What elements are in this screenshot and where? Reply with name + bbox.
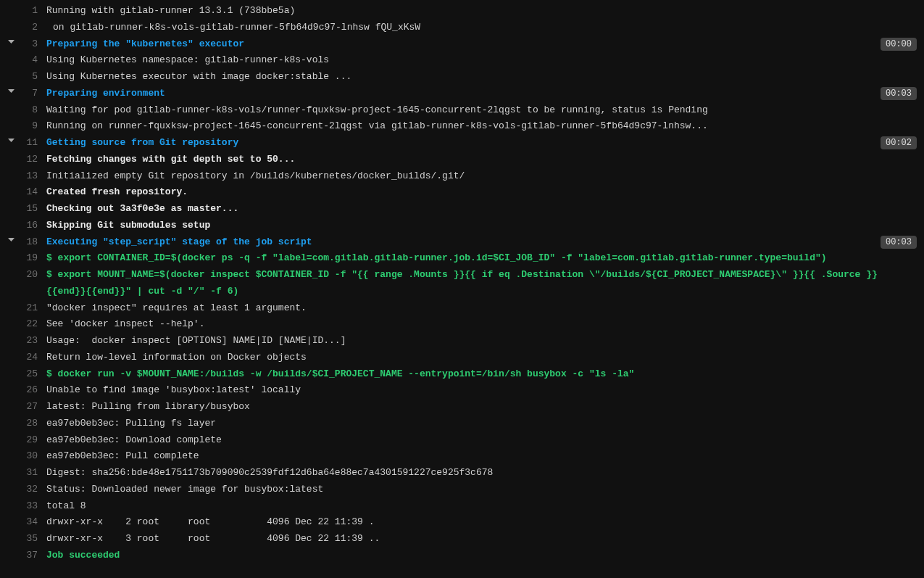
line-number[interactable]: 26 <box>22 382 46 399</box>
line-number[interactable]: 20 <box>22 267 46 284</box>
log-text: Created fresh repository. <box>46 184 917 201</box>
log-line: 35drwxr-xr-x 3 root root 4096 Dec 22 11:… <box>0 531 924 548</box>
line-number[interactable]: 29 <box>22 432 46 449</box>
line-number[interactable]: 34 <box>22 514 46 531</box>
log-text: ea97eb0eb3ec: Pulling fs layer <box>46 416 917 432</box>
log-line: 28ea97eb0eb3ec: Pulling fs layer <box>0 416 924 432</box>
line-number[interactable]: 18 <box>22 234 46 251</box>
chevron-down-icon[interactable] <box>7 87 15 95</box>
log-line: 16Skipping Git submodules setup <box>0 218 924 234</box>
log-text: "docker inspect" requires at least 1 arg… <box>46 300 917 317</box>
chevron-down-icon[interactable] <box>7 38 15 46</box>
log-line: 25$ docker run -v $MOUNT_NAME:/builds -w… <box>0 366 924 383</box>
log-line: 5Using Kubernetes executor with image do… <box>0 69 924 86</box>
log-line: 11Getting source from Git repository00:0… <box>0 135 924 152</box>
line-number[interactable]: 35 <box>22 531 46 548</box>
log-line: 8Waiting for pod gitlab-runner-k8s-vols/… <box>0 102 924 119</box>
line-number[interactable]: 7 <box>22 86 46 102</box>
log-text: Usage: docker inspect [OPTIONS] NAME|ID … <box>46 333 917 350</box>
line-number[interactable]: 37 <box>22 548 46 564</box>
log-line: 3Preparing the "kubernetes" executor00:0… <box>0 36 924 53</box>
log-text: Running on runner-fquxksw-project-1645-c… <box>46 118 917 135</box>
log-line: 15Checking out 3a3f0e3e as master... <box>0 201 924 218</box>
log-line: 21"docker inspect" requires at least 1 a… <box>0 300 924 317</box>
section-duration: 00:00 <box>881 38 917 51</box>
line-number[interactable]: 13 <box>22 168 46 185</box>
section-header: Preparing the "kubernetes" executor <box>46 36 881 53</box>
log-text: Initialized empty Git repository in /bui… <box>46 168 917 185</box>
line-number[interactable]: 19 <box>22 250 46 267</box>
line-number[interactable]: 4 <box>22 52 46 69</box>
section-header: Preparing environment <box>46 86 881 102</box>
line-number[interactable]: 15 <box>22 201 46 218</box>
line-number[interactable]: 9 <box>22 118 46 135</box>
log-line: 7Preparing environment00:03 <box>0 86 924 102</box>
line-number[interactable]: 21 <box>22 300 46 317</box>
log-line: 24Return low-level information on Docker… <box>0 350 924 366</box>
line-number[interactable]: 14 <box>22 184 46 201</box>
log-text: Return low-level information on Docker o… <box>46 350 917 366</box>
line-number[interactable]: 32 <box>22 482 46 498</box>
log-text: Waiting for pod gitlab-runner-k8s-vols/r… <box>46 102 917 119</box>
log-text: Status: Downloaded newer image for busyb… <box>46 482 917 498</box>
log-text: Job succeeded <box>46 548 917 564</box>
line-number[interactable]: 28 <box>22 416 46 432</box>
log-text: $ export MOUNT_NAME=$(docker inspect $CO… <box>46 267 917 300</box>
log-text: Unable to find image 'busybox:latest' lo… <box>46 382 917 399</box>
log-line: 29ea97eb0eb3ec: Download complete <box>0 432 924 449</box>
line-number[interactable]: 2 <box>22 20 46 36</box>
chevron-down-icon[interactable] <box>7 136 15 144</box>
log-text: $ export CONTAINER_ID=$(docker ps -q -f … <box>46 250 917 267</box>
log-line: 13Initialized empty Git repository in /b… <box>0 168 924 185</box>
log-line: 26Unable to find image 'busybox:latest' … <box>0 382 924 399</box>
log-text: ea97eb0eb3ec: Pull complete <box>46 448 917 465</box>
line-number[interactable]: 22 <box>22 316 46 333</box>
line-number[interactable]: 31 <box>22 465 46 482</box>
line-number[interactable]: 23 <box>22 333 46 350</box>
log-text: on gitlab-runner-k8s-vols-gitlab-runner-… <box>46 20 917 36</box>
line-number[interactable]: 1 <box>22 3 46 20</box>
log-line: 19$ export CONTAINER_ID=$(docker ps -q -… <box>0 250 924 267</box>
log-text: total 8 <box>46 498 917 515</box>
section-header: Executing "step_script" stage of the job… <box>46 234 881 251</box>
log-line: 23Usage: docker inspect [OPTIONS] NAME|I… <box>0 333 924 350</box>
log-line: 31Digest: sha256:bde48e1751173b709090c25… <box>0 465 924 482</box>
section-duration: 00:03 <box>881 236 917 249</box>
line-number[interactable]: 3 <box>22 36 46 53</box>
log-line: 33total 8 <box>0 498 924 515</box>
line-number[interactable]: 27 <box>22 399 46 416</box>
log-line: 27latest: Pulling from library/busybox <box>0 399 924 416</box>
log-text: See 'docker inspect --help'. <box>46 316 917 333</box>
log-line: 22See 'docker inspect --help'. <box>0 316 924 333</box>
line-number[interactable]: 24 <box>22 350 46 366</box>
log-line: 9Running on runner-fquxksw-project-1645-… <box>0 118 924 135</box>
line-number[interactable]: 33 <box>22 498 46 515</box>
log-line: 30ea97eb0eb3ec: Pull complete <box>0 448 924 465</box>
log-text: Fetching changes with git depth set to 5… <box>46 152 917 168</box>
log-line: 12Fetching changes with git depth set to… <box>0 152 924 168</box>
log-line: 34drwxr-xr-x 2 root root 4096 Dec 22 11:… <box>0 514 924 531</box>
log-text: $ docker run -v $MOUNT_NAME:/builds -w /… <box>46 366 917 383</box>
line-number[interactable]: 30 <box>22 448 46 465</box>
log-text: Using Kubernetes namespace: gitlab-runne… <box>46 52 917 69</box>
chevron-down-icon[interactable] <box>7 236 15 244</box>
log-line: 4Using Kubernetes namespace: gitlab-runn… <box>0 52 924 69</box>
line-number[interactable]: 12 <box>22 152 46 168</box>
section-header: Getting source from Git repository <box>46 135 881 152</box>
log-text: Checking out 3a3f0e3e as master... <box>46 201 917 218</box>
line-number[interactable]: 16 <box>22 218 46 234</box>
line-number[interactable]: 5 <box>22 69 46 86</box>
log-line: 18Executing "step_script" stage of the j… <box>0 234 924 251</box>
log-text: drwxr-xr-x 2 root root 4096 Dec 22 11:39… <box>46 514 917 531</box>
line-number[interactable]: 8 <box>22 102 46 119</box>
line-number[interactable]: 11 <box>22 135 46 152</box>
log-text: Using Kubernetes executor with image doc… <box>46 69 917 86</box>
log-line: 2on gitlab-runner-k8s-vols-gitlab-runner… <box>0 20 924 36</box>
log-line: 32Status: Downloaded newer image for bus… <box>0 482 924 498</box>
line-number[interactable]: 25 <box>22 366 46 383</box>
log-line: 37Job succeeded <box>0 548 924 564</box>
log-line: 14Created fresh repository. <box>0 184 924 201</box>
log-text: Digest: sha256:bde48e1751173b709090c2539… <box>46 465 917 482</box>
log-text: Running with gitlab-runner 13.3.1 (738bb… <box>46 3 917 20</box>
log-text: ea97eb0eb3ec: Download complete <box>46 432 917 449</box>
